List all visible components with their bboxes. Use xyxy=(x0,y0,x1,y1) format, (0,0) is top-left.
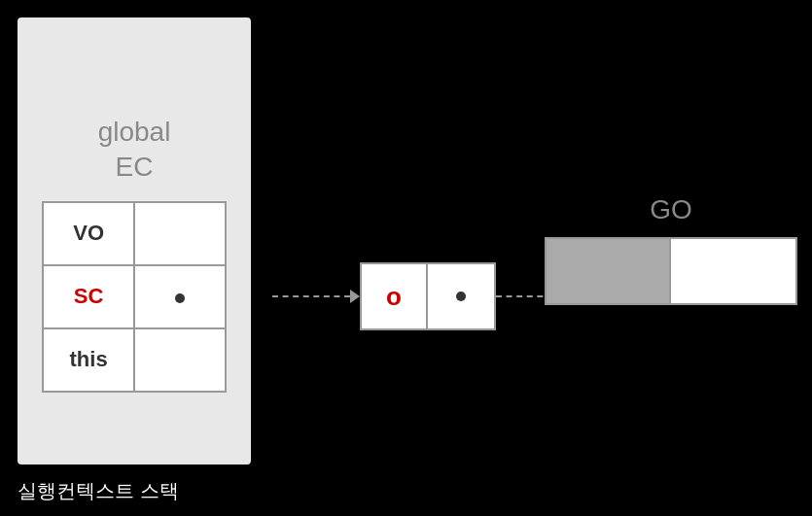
o-label: o xyxy=(386,282,402,312)
table-row-this: this xyxy=(43,328,226,392)
o-dot-box xyxy=(428,262,496,330)
this-value xyxy=(134,328,226,392)
go-box-white xyxy=(671,237,797,305)
sc-to-o-arrow xyxy=(272,290,360,303)
go-box-gray xyxy=(545,237,671,305)
global-ec-label: globalEC xyxy=(18,115,251,186)
main-container: globalEC VO SC this 실행컨텍스트 스택 xyxy=(0,0,812,516)
go-section: GO xyxy=(545,194,797,305)
sc-dashed-line xyxy=(272,295,350,297)
sc-label: SC xyxy=(43,265,134,328)
sc-value xyxy=(134,265,226,328)
this-label: this xyxy=(43,328,134,392)
stack-label: 실행컨텍스트 스택 xyxy=(18,478,179,504)
o-dot xyxy=(456,292,466,301)
vo-label: VO xyxy=(43,202,134,265)
global-ec-panel: globalEC VO SC this xyxy=(18,17,251,464)
go-label: GO xyxy=(545,194,797,225)
table-row-vo: VO xyxy=(43,202,226,265)
sc-dot xyxy=(175,293,185,303)
sc-arrow-head xyxy=(350,290,360,303)
sc-to-o-arrow-area: o xyxy=(272,262,583,330)
vo-value xyxy=(134,202,226,265)
table-row-sc: SC xyxy=(43,265,226,328)
go-boxes xyxy=(545,237,797,305)
ec-table: VO SC this xyxy=(42,201,227,393)
o-box: o xyxy=(360,262,428,330)
